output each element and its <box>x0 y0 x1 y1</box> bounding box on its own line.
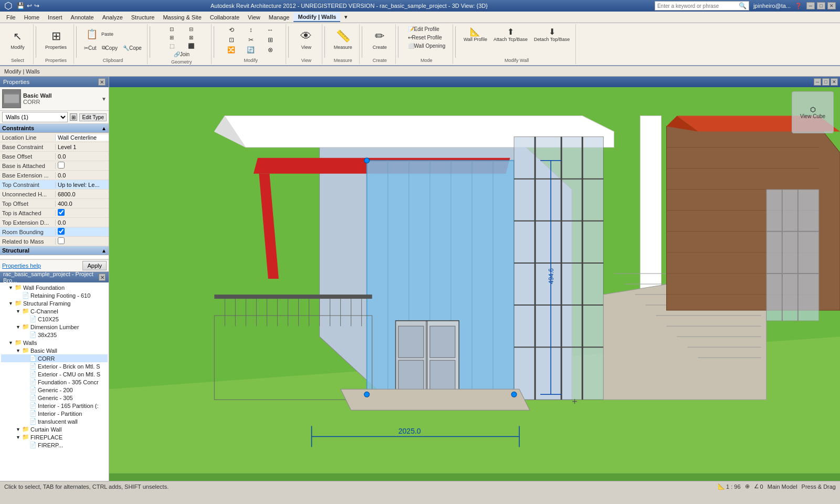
tree-item[interactable]: 📄Foundation - 305 Concr <box>1 378 108 386</box>
tree-item[interactable]: ▼📁C-Channel <box>1 307 108 315</box>
menu-manage[interactable]: Manage <box>265 13 294 22</box>
tree-item[interactable]: 📄Retaining Footing - 610 <box>1 291 108 299</box>
prop-related-mass-value[interactable] <box>56 237 109 245</box>
type-selector-icon[interactable]: ⊞ <box>70 113 77 121</box>
prop-base-constraint-value[interactable]: Level 1 <box>56 144 109 150</box>
wall-profile-button[interactable]: 📐 Wall Profile <box>461 25 490 44</box>
tree-item[interactable]: ▼📁Walls <box>1 339 108 346</box>
search-box[interactable]: 🔍 <box>655 1 749 10</box>
status-zoom-indicator[interactable]: ⊕ <box>745 483 750 490</box>
cut-button[interactable]: ✂ Cut <box>82 44 99 52</box>
quick-access-toolbar[interactable]: 💾 ↩ ↪ <box>17 2 39 9</box>
trim-button[interactable]: 🔀 <box>222 45 241 55</box>
top-attached-checkbox[interactable] <box>58 209 65 216</box>
array-button[interactable]: 🔄 <box>242 45 260 55</box>
wall-opening-button[interactable]: ⬜ Wall Opening <box>406 42 448 50</box>
minimize-button[interactable]: ─ <box>806 2 815 9</box>
move-button[interactable]: ⊡ <box>222 35 241 45</box>
geometry-6-button[interactable]: ⬛ <box>182 42 201 50</box>
related-mass-checkbox[interactable] <box>58 237 65 244</box>
base-attached-checkbox[interactable] <box>58 162 65 169</box>
constraints-header[interactable]: Constraints ▲ <box>0 124 109 133</box>
menu-home[interactable]: Home <box>20 13 44 22</box>
prop-base-offset-value[interactable]: 0.0 <box>56 153 109 160</box>
edit-type-button[interactable]: Edit Type <box>79 113 107 121</box>
properties-ribbon-button[interactable]: ⊞ Properties <box>41 25 70 52</box>
viewport[interactable]: ─ □ ✕ <box>109 77 840 481</box>
tree-item[interactable]: 📄38x235 <box>1 331 108 339</box>
type-dropdown[interactable]: Walls (1) <box>2 112 68 122</box>
structural-header[interactable]: Structural ▲ <box>0 246 109 255</box>
scale-button[interactable]: ⊗ <box>261 45 280 55</box>
view-button[interactable]: 👁 View <box>294 25 318 52</box>
menu-annotate[interactable]: Annotate <box>67 13 98 22</box>
menu-collaborate[interactable]: Collaborate <box>206 13 244 22</box>
menu-structure[interactable]: Structure <box>127 13 159 22</box>
save-icon[interactable]: 💾 <box>17 2 25 9</box>
menu-massing[interactable]: Massing & Site <box>159 13 205 22</box>
measure-button[interactable]: 📏 Measure <box>330 25 356 52</box>
tree-item[interactable]: ▼📁Dimension Lumber <box>1 323 108 331</box>
create-button[interactable]: ✏ Create <box>368 25 392 52</box>
prop-unconnected-h-value[interactable]: 6800.0 <box>56 191 109 197</box>
tree-item[interactable]: ▼📁Basic Wall <box>1 346 108 354</box>
join-geometry-button[interactable]: ⊡ <box>162 25 181 33</box>
help-icon[interactable]: ❓ <box>795 3 802 9</box>
tree-item[interactable]: 📄Interior - 165 Partition (: <box>1 402 108 410</box>
tree-item[interactable]: 📄Exterior - CMU on Mtl. S <box>1 370 108 378</box>
prop-location-line-value[interactable]: Wall Centerline <box>56 134 109 141</box>
properties-panel-close[interactable]: ✕ <box>98 78 106 86</box>
tree-item[interactable]: 📄CORR <box>1 354 108 362</box>
tree-item[interactable]: 📄Interior - Partition <box>1 410 108 417</box>
nav-cube[interactable]: ⬡ View Cube <box>792 91 834 133</box>
tree-item[interactable]: 📄Exterior - Brick on Mtl. S <box>1 362 108 370</box>
menu-file[interactable]: File <box>2 13 20 22</box>
attach-top-base-button[interactable]: ⬆ Attach Tcp/Base <box>491 25 530 44</box>
tree-item[interactable]: ▼📁Wall Foundation <box>1 284 108 291</box>
tree-item[interactable]: 📄C10X25 <box>1 315 108 323</box>
prop-room-bounding-value[interactable] <box>56 228 109 236</box>
apply-button[interactable]: Apply <box>82 261 107 270</box>
viewport-controls[interactable]: ─ □ ✕ <box>814 78 838 86</box>
edit-profile-button[interactable]: 📝 Edit Profile <box>406 25 448 33</box>
project-tree[interactable]: ▼📁Wall Foundation📄Retaining Footing - 61… <box>0 282 109 481</box>
copy-button[interactable]: ⧉ Copy <box>100 44 120 52</box>
close-button[interactable]: ✕ <box>827 2 836 9</box>
unjoin-geometry-button[interactable]: ⊞ <box>162 34 181 41</box>
menu-analyze[interactable]: Analyze <box>98 13 127 22</box>
properties-help-link[interactable]: Properties help <box>2 262 41 269</box>
menu-view[interactable]: View <box>244 13 265 22</box>
window-controls[interactable]: ─ □ ✕ <box>806 2 836 9</box>
cope-button[interactable]: 🔧 Cope <box>121 44 144 52</box>
geometry-4-button[interactable]: ⊠ <box>182 34 201 41</box>
search-input[interactable] <box>657 3 739 9</box>
tree-item[interactable]: 📄Generic - 200 <box>1 386 108 394</box>
prop-top-ext-value[interactable]: 0.0 <box>56 219 109 226</box>
tree-item[interactable]: ▼📁FIREPLACE <box>1 433 108 441</box>
detach-top-base-button[interactable]: ⬇ Detach Top/Base <box>531 25 572 44</box>
tree-item[interactable]: 📄translucent wall <box>1 417 108 425</box>
redo-icon[interactable]: ↪ <box>34 2 39 9</box>
paste-button[interactable]: 📋 Paste <box>82 25 116 43</box>
cut-geometry-button[interactable]: ⊟ <box>182 25 201 33</box>
prop-top-constraint-value[interactable]: Up to level: Le... <box>56 182 109 188</box>
copy-modify-button[interactable]: ✂ <box>242 35 260 45</box>
room-bounding-checkbox[interactable] <box>58 228 65 235</box>
project-browser-close[interactable]: ✕ <box>99 274 106 281</box>
prop-top-offset-value[interactable]: 400.0 <box>56 201 109 207</box>
menu-modify-walls[interactable]: Modify | Walls <box>293 13 340 22</box>
tree-item[interactable]: 📄FIRERP... <box>1 441 108 449</box>
menu-dropdown[interactable]: ▾ <box>340 13 352 22</box>
viewport-minimize-button[interactable]: ─ <box>814 78 821 86</box>
join-button[interactable]: 🔗 Join <box>172 50 192 58</box>
offset-button[interactable]: ↕ <box>242 25 260 35</box>
reset-profile-button[interactable]: ↩ Reset Profile <box>406 34 448 41</box>
modify-button[interactable]: ↖ Modify <box>6 25 30 52</box>
rotate-button[interactable]: ⊞ <box>261 35 280 45</box>
mirror-button[interactable]: ↔ <box>261 25 280 35</box>
viewport-maximize-button[interactable]: □ <box>822 78 830 86</box>
tree-item[interactable]: 📄Generic - 305 <box>1 394 108 402</box>
tree-item[interactable]: ▼📁Curtain Wall <box>1 425 108 433</box>
geometry-5-button[interactable]: ⬚ <box>162 42 181 50</box>
prop-top-attached-value[interactable] <box>56 209 109 217</box>
